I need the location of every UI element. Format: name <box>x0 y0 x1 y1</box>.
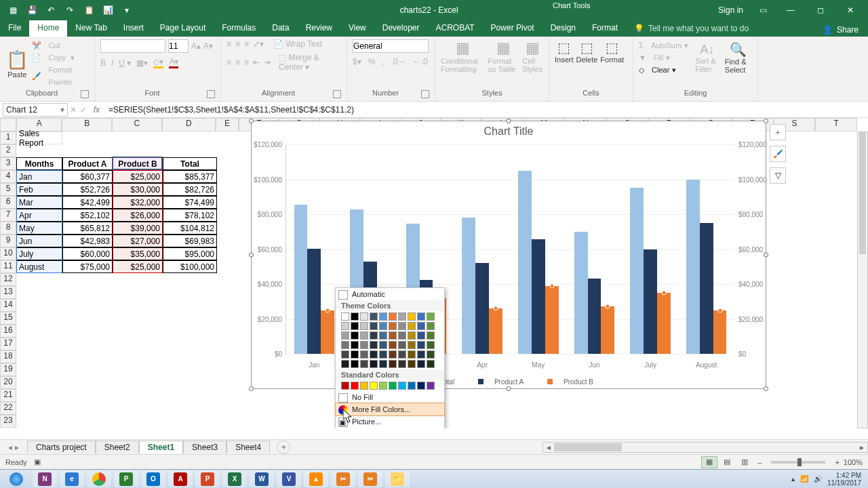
bar-total[interactable] <box>462 218 475 354</box>
row-header[interactable]: 5 <box>0 183 16 196</box>
theme-color-chip[interactable] <box>408 341 416 349</box>
theme-color-chip[interactable] <box>417 322 425 330</box>
tray-expand-icon[interactable]: ▴ <box>791 475 795 483</box>
align-right-icon[interactable]: ≡ <box>244 58 249 67</box>
tab-review[interactable]: Review <box>298 20 340 37</box>
align-bot-icon[interactable]: ≡ <box>244 39 249 49</box>
chart-legend[interactable]: Total Product A Product B <box>252 378 766 386</box>
bar-productb[interactable] <box>545 286 559 354</box>
cell[interactable]: Mar <box>16 196 62 209</box>
chart-elements-button[interactable]: ＋ <box>770 124 786 140</box>
theme-color-chip[interactable] <box>341 312 349 321</box>
theme-color-chip[interactable] <box>379 350 387 359</box>
border-button[interactable]: ▦▾ <box>136 58 148 68</box>
row-header[interactable]: 17 <box>0 338 16 350</box>
save-icon[interactable]: 💾 <box>23 1 41 19</box>
theme-color-chip[interactable] <box>351 322 359 330</box>
theme-color-chip[interactable] <box>360 322 368 330</box>
font-size-input[interactable] <box>168 39 189 53</box>
cell[interactable]: Sales Report <box>16 131 62 144</box>
wraptext-button[interactable]: 📄 Wrap Text <box>273 39 322 49</box>
taskbar-onenote[interactable]: N <box>33 471 57 487</box>
theme-color-chip[interactable] <box>370 312 378 321</box>
theme-color-chip[interactable] <box>379 312 387 321</box>
cell[interactable]: $85,377 <box>163 170 217 183</box>
theme-color-chip[interactable] <box>370 341 378 349</box>
qat-customize[interactable]: ▾ <box>118 1 136 19</box>
col-header[interactable]: D <box>162 118 216 131</box>
row-header[interactable]: 16 <box>0 325 16 338</box>
cell[interactable]: $82,726 <box>163 183 217 196</box>
chart-title[interactable]: Chart Title <box>252 121 766 142</box>
find-select-button[interactable]: 🔍Find & Select <box>725 41 752 74</box>
cell[interactable]: $30,000 <box>113 183 163 196</box>
fx-cancel-icon[interactable]: ✕ <box>70 105 77 115</box>
bar-producta[interactable] <box>700 223 713 354</box>
font-name-input[interactable] <box>100 39 165 53</box>
fill-button[interactable]: ▼ Fill ▾ <box>639 52 688 64</box>
tab-insert[interactable]: Insert <box>115 20 152 37</box>
chevron-down-icon[interactable]: ▾ <box>60 105 64 115</box>
chart-styles-button[interactable]: 🖌️ <box>770 146 786 162</box>
theme-color-chip[interactable] <box>408 350 416 359</box>
cell[interactable]: Jun <box>16 235 62 247</box>
standard-color-chip[interactable] <box>427 382 435 390</box>
automatic-option[interactable]: Automatic <box>336 288 444 300</box>
new-sheet-button[interactable]: + <box>277 441 290 454</box>
cell[interactable]: Apr <box>16 209 62 222</box>
row-header[interactable]: 7 <box>0 209 16 222</box>
close-button[interactable]: ✕ <box>835 0 865 20</box>
cell-styles-button[interactable]: ▦Cell Styles <box>522 39 543 73</box>
theme-color-chip[interactable] <box>427 350 435 359</box>
theme-color-chip[interactable] <box>351 350 359 359</box>
standard-color-chip[interactable] <box>417 382 425 390</box>
cell[interactable]: $26,000 <box>113 209 163 222</box>
cell[interactable]: Product A <box>62 157 113 170</box>
cell[interactable]: $60,377 <box>62 170 113 183</box>
theme-color-chip[interactable] <box>351 331 359 340</box>
format-cells-button[interactable]: ⬚Format <box>600 39 624 64</box>
numberformat-select[interactable] <box>353 39 429 53</box>
formatpainter-button[interactable]: 🖌️ Format Painter <box>32 64 89 88</box>
macro-record-icon[interactable]: ▣ <box>34 458 41 466</box>
theme-color-chip[interactable] <box>417 312 425 321</box>
cell[interactable]: $78,102 <box>163 209 217 222</box>
cell[interactable]: August <box>16 260 62 273</box>
zoom-slider[interactable] <box>771 461 825 464</box>
theme-color-chip[interactable] <box>408 312 416 321</box>
cell[interactable]: $75,000 <box>62 260 113 273</box>
autosum-button[interactable]: Σ AutoSum ▾ <box>639 39 688 52</box>
theme-color-chip[interactable] <box>341 322 349 330</box>
cell[interactable]: May <box>16 222 62 235</box>
normal-view-button[interactable]: ▦ <box>701 456 717 468</box>
theme-color-chip[interactable] <box>389 322 397 330</box>
theme-color-chip[interactable] <box>398 350 406 359</box>
name-box[interactable]: Chart 12▾ <box>3 103 68 117</box>
bar-total[interactable] <box>518 171 532 354</box>
bar-producta[interactable] <box>475 263 489 354</box>
theme-color-chip[interactable] <box>408 331 416 340</box>
col-header[interactable]: B <box>62 118 112 131</box>
theme-color-chip[interactable] <box>341 350 349 359</box>
taskbar-acrobat[interactable]: A <box>168 471 193 487</box>
cell[interactable]: Product B <box>113 157 163 170</box>
font-launcher[interactable] <box>207 90 215 98</box>
align-left-icon[interactable]: ≡ <box>226 58 231 67</box>
taskbar-excel[interactable]: X <box>222 471 247 487</box>
theme-color-chip[interactable] <box>389 341 397 349</box>
row-header[interactable]: 1 <box>0 131 16 144</box>
morecolors-option[interactable]: More Fill Colors... <box>336 403 444 415</box>
theme-color-chip[interactable] <box>398 360 406 368</box>
page-layout-view-button[interactable]: ▤ <box>719 456 735 468</box>
bar-producta[interactable] <box>532 239 545 354</box>
maximize-button[interactable]: ◻ <box>806 0 835 20</box>
minimize-button[interactable]: — <box>776 0 806 20</box>
formula-bar[interactable]: =SERIES(Sheet1!$C$3,Sheet1!$A$4:$A$11,Sh… <box>104 105 868 115</box>
sheet-tab-sheet2[interactable]: Sheet2 <box>96 441 139 453</box>
alignment-launcher[interactable] <box>333 90 341 98</box>
cell[interactable]: $104,812 <box>163 222 217 235</box>
cell[interactable]: $25,000 <box>113 170 163 183</box>
bar-producta[interactable] <box>588 279 601 354</box>
bar-productb[interactable] <box>489 308 502 354</box>
taskbar-visio[interactable]: V <box>277 471 301 487</box>
